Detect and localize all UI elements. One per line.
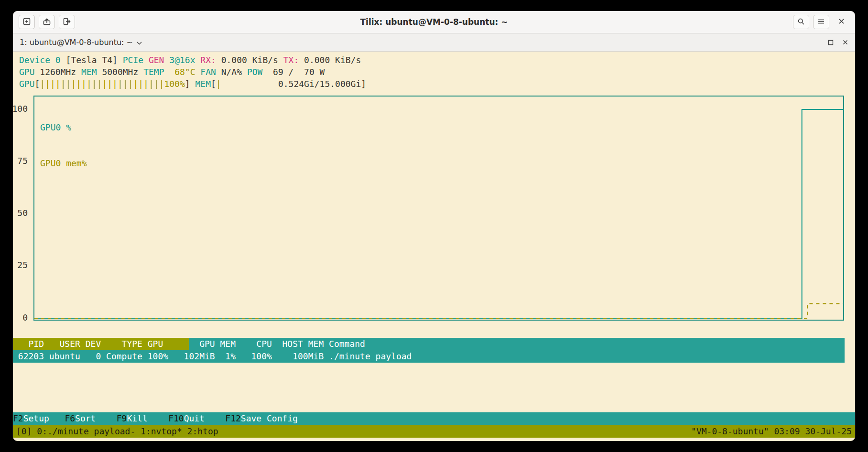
text-segment: TEMP xyxy=(143,67,164,77)
process-row[interactable]: 62203 ubuntu 0 Compute 100% 102MiB 1% 10… xyxy=(13,350,845,363)
chevron-down-icon xyxy=(137,38,142,47)
text-segment: N/A% xyxy=(216,67,247,77)
fkey-label: Quit xyxy=(184,412,226,425)
close-terminal-button[interactable] xyxy=(842,39,848,45)
chart-y-axis: 1007550250 xyxy=(13,96,29,321)
fkey-f2[interactable]: F2Setup xyxy=(13,412,65,425)
new-session-button[interactable] xyxy=(19,15,35,29)
text-segment: GPU xyxy=(19,79,35,89)
chart-series-svg xyxy=(34,97,843,320)
fkey-f9[interactable]: F9Kill xyxy=(117,412,168,425)
text-segment: POW xyxy=(247,67,263,77)
y-tick-label: 0 xyxy=(22,312,28,323)
menu-button[interactable] xyxy=(813,15,829,29)
text-segment: MEM xyxy=(81,67,97,77)
fkey-f12[interactable]: F12Save Config xyxy=(225,412,298,425)
fkey-label: Save Config xyxy=(241,412,298,425)
text-segment: 0.000 KiB/s xyxy=(304,55,361,65)
headerbar-left-actions xyxy=(19,15,75,29)
text-segment: 0.000 KiB/s xyxy=(221,55,283,65)
chart-plot-area: GPU0 % GPU0 mem% xyxy=(33,96,844,321)
window-close-button[interactable] xyxy=(833,15,849,29)
text-segment: 1260MHz xyxy=(35,67,82,77)
search-icon xyxy=(797,18,805,27)
plus-square-icon xyxy=(23,18,31,27)
fkey-key: F2 xyxy=(13,412,23,425)
y-tick-label: 75 xyxy=(17,155,28,167)
text-segment: GPU MEM CPU HOST MEM Command xyxy=(189,338,365,350)
gpu-bars-line: GPU[||||||||||||||||||||||||100%] MEM[| … xyxy=(13,78,855,90)
chart-series-1 xyxy=(34,303,843,318)
text-segment: | xyxy=(216,79,221,89)
gpu-clocks-line: GPU 1260MHz MEM 5000MHz TEMP 68°C FAN N/… xyxy=(13,66,855,78)
fkey-label: Setup xyxy=(23,412,65,425)
tilix-window: Tilix: ubuntu@VM-0-8-ubuntu: ~ 1: ubunt xyxy=(13,11,855,441)
fkey-bar: F2SetupF6SortF9KillF10QuitF12Save Config xyxy=(13,412,855,425)
tab-actions xyxy=(828,39,848,45)
window-headerbar: Tilix: ubuntu@VM-0-8-ubuntu: ~ xyxy=(13,11,855,33)
text-segment: 68°C xyxy=(164,67,200,77)
fkey-f6[interactable]: F6Sort xyxy=(65,412,116,425)
fkey-label: Kill xyxy=(127,412,168,425)
chart-series-0 xyxy=(34,109,843,318)
close-icon xyxy=(838,18,845,26)
session-tab[interactable]: 1: ubuntu@VM-0-8-ubuntu: ~ xyxy=(20,38,142,47)
text-segment: PID USER DEV TYPE GPU xyxy=(13,338,189,350)
headerbar-right-actions xyxy=(793,15,849,29)
text-segment: FAN xyxy=(200,67,216,77)
chart-legend: GPU0 % GPU0 mem% xyxy=(40,97,92,193)
search-button[interactable] xyxy=(793,15,809,29)
y-tick-label: 25 xyxy=(17,259,28,271)
fkey-key: F12 xyxy=(225,412,241,425)
fkey-key: F6 xyxy=(65,412,75,425)
y-tick-label: 50 xyxy=(17,207,28,219)
text-segment: MEM xyxy=(195,79,211,89)
fkey-key: F9 xyxy=(117,412,127,425)
y-tick-label: 100 xyxy=(13,103,28,115)
tmux-status-bar: [0] 0:./minute_payload- 1:nvtop* 2:htop … xyxy=(13,425,855,438)
terminal[interactable]: Device 0 [Tesla T4] PCIe GEN 3@16x RX: 0… xyxy=(13,52,855,441)
text-segment: ] xyxy=(185,79,195,89)
text-segment: 0.524Gi/15.000Gi] xyxy=(221,79,366,89)
fkey-label: Sort xyxy=(75,412,117,425)
process-table-header: PID USER DEV TYPE GPU GPU MEM CPU HOST M… xyxy=(13,338,845,350)
text-segment: [ xyxy=(211,79,216,89)
text-segment: 69 / 70 W xyxy=(262,67,325,77)
text-segment: GEN xyxy=(149,55,169,65)
fkey-f10[interactable]: F10Quit xyxy=(168,412,225,425)
box-arrow-up-icon xyxy=(43,18,51,27)
text-segment: [ xyxy=(35,79,40,89)
tmux-window-list[interactable]: [0] 0:./minute_payload- 1:nvtop* 2:htop xyxy=(16,425,218,438)
text-segment: 3@16x xyxy=(169,55,200,65)
session-tabbar: 1: ubuntu@VM-0-8-ubuntu: ~ xyxy=(13,33,855,52)
text-segment: 5000MHz xyxy=(97,67,144,77)
terminal-empty-area xyxy=(13,363,855,412)
text-segment: ||||||||||||||||||||||||100% xyxy=(40,79,184,89)
gpu-history-chart: 1007550250 GPU0 % GPU0 mem% xyxy=(13,96,855,321)
text-segment: PCIe xyxy=(123,55,149,65)
gpu-device-line: Device 0 [Tesla T4] PCIe GEN 3@16x RX: 0… xyxy=(13,54,855,66)
legend-gpu-label: GPU0 % xyxy=(40,121,92,133)
maximize-terminal-button[interactable] xyxy=(828,40,834,45)
text-segment: Device 0 xyxy=(19,55,61,65)
text-segment: RX: xyxy=(200,55,221,65)
fkey-key: F10 xyxy=(168,412,184,425)
legend-mem-label: GPU0 mem% xyxy=(40,157,92,169)
split-terminal-down-button[interactable] xyxy=(59,15,75,29)
box-arrow-right-icon xyxy=(63,18,71,27)
text-segment: GPU xyxy=(19,67,35,77)
text-segment: [Tesla T4] xyxy=(61,55,123,65)
window-title: Tilix: ubuntu@VM-0-8-ubuntu: ~ xyxy=(360,17,508,27)
tmux-host-and-time: "VM-0-8-ubuntu" 03:09 30-Jul-25 xyxy=(691,425,852,438)
session-tab-label: 1: ubuntu@VM-0-8-ubuntu: ~ xyxy=(20,38,133,47)
split-terminal-right-button[interactable] xyxy=(39,15,55,29)
text-segment: TX: xyxy=(283,55,304,65)
hamburger-icon xyxy=(817,18,825,27)
